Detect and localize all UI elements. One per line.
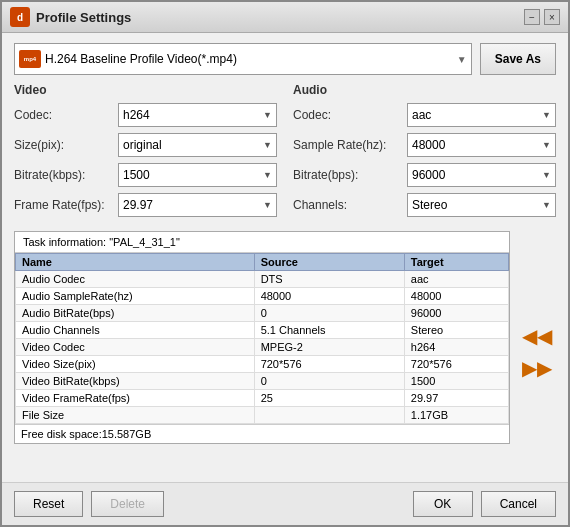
cell-source: DTS: [254, 271, 404, 288]
table-row: Audio Channels5.1 ChannelsStereo: [16, 322, 509, 339]
task-table: Name Source Target Audio CodecDTSaacAudi…: [15, 253, 509, 424]
video-bitrate-label: Bitrate(kbps):: [14, 168, 114, 182]
table-row: Audio BitRate(bps)096000: [16, 305, 509, 322]
audio-group: Audio Codec: aac ▼ Sample Rate(hz): 4800…: [293, 83, 556, 223]
cell-source: 0: [254, 305, 404, 322]
audio-channels-row: Channels: Stereo ▼: [293, 193, 556, 217]
profile-dropdown-arrow: ▼: [457, 54, 467, 65]
cell-name: Audio SampleRate(hz): [16, 288, 255, 305]
table-row: Video FrameRate(fps)2529.97: [16, 390, 509, 407]
table-row: File Size1.17GB: [16, 407, 509, 424]
video-fps-value: 29.97: [123, 198, 263, 212]
audio-samplerate-value: 48000: [412, 138, 542, 152]
video-fps-select[interactable]: 29.97 ▼: [118, 193, 277, 217]
video-size-select[interactable]: original ▼: [118, 133, 277, 157]
cell-name: Audio BitRate(bps): [16, 305, 255, 322]
video-size-row: Size(pix): original ▼: [14, 133, 277, 157]
video-fps-row: Frame Rate(fps): 29.97 ▼: [14, 193, 277, 217]
video-codec-select[interactable]: h264 ▼: [118, 103, 277, 127]
title-bar: d Profile Settings − ×: [2, 2, 568, 33]
video-fps-arrow: ▼: [263, 200, 272, 210]
audio-channels-select[interactable]: Stereo ▼: [407, 193, 556, 217]
cell-target: Stereo: [404, 322, 508, 339]
audio-codec-select[interactable]: aac ▼: [407, 103, 556, 127]
cell-source: 5.1 Channels: [254, 322, 404, 339]
cell-name: File Size: [16, 407, 255, 424]
task-info-header: Task information: "PAL_4_31_1": [15, 232, 509, 253]
cell-target: 48000: [404, 288, 508, 305]
video-codec-value: h264: [123, 108, 263, 122]
cell-target: h264: [404, 339, 508, 356]
ok-button[interactable]: OK: [413, 491, 473, 517]
app-icon: d: [10, 7, 30, 27]
audio-channels-value: Stereo: [412, 198, 542, 212]
middle-area: Task information: "PAL_4_31_1" Name Sour…: [14, 231, 556, 472]
settings-row: Video Codec: h264 ▼ Size(pix): original …: [14, 83, 556, 223]
table-row: Video Size(pix)720*576720*576: [16, 356, 509, 373]
table-area: Task information: "PAL_4_31_1" Name Sour…: [14, 231, 510, 472]
content-area: mp4 H.264 Baseline Profile Video(*.mp4) …: [2, 33, 568, 482]
close-button[interactable]: ×: [544, 9, 560, 25]
col-header-target: Target: [404, 254, 508, 271]
video-bitrate-arrow: ▼: [263, 170, 272, 180]
save-as-button[interactable]: Save As: [480, 43, 556, 75]
audio-samplerate-arrow: ▼: [542, 140, 551, 150]
delete-button[interactable]: Delete: [91, 491, 164, 517]
video-size-value: original: [123, 138, 263, 152]
audio-channels-label: Channels:: [293, 198, 403, 212]
audio-bitrate-value: 96000: [412, 168, 542, 182]
table-row: Audio CodecDTSaac: [16, 271, 509, 288]
audio-channels-arrow: ▼: [542, 200, 551, 210]
cell-source: 48000: [254, 288, 404, 305]
profile-file-icon: mp4: [19, 50, 41, 68]
cell-name: Video Size(pix): [16, 356, 255, 373]
cell-target: 1.17GB: [404, 407, 508, 424]
video-group: Video Codec: h264 ▼ Size(pix): original …: [14, 83, 277, 223]
left-button-group: Reset Delete: [14, 491, 164, 517]
audio-codec-label: Codec:: [293, 108, 403, 122]
cell-source: 720*576: [254, 356, 404, 373]
cell-source: [254, 407, 404, 424]
cell-target: 720*576: [404, 356, 508, 373]
right-button-group: OK Cancel: [413, 491, 556, 517]
cell-name: Video BitRate(kbps): [16, 373, 255, 390]
video-codec-row: Codec: h264 ▼: [14, 103, 277, 127]
cancel-button[interactable]: Cancel: [481, 491, 556, 517]
cell-source: 25: [254, 390, 404, 407]
window-title: Profile Settings: [36, 10, 518, 25]
reset-button[interactable]: Reset: [14, 491, 83, 517]
back-button[interactable]: ◀◀: [522, 326, 552, 346]
video-size-arrow: ▼: [263, 140, 272, 150]
table-row: Video CodecMPEG-2h264: [16, 339, 509, 356]
bottom-buttons: Reset Delete OK Cancel: [2, 482, 568, 525]
profile-select-text: H.264 Baseline Profile Video(*.mp4): [45, 52, 453, 66]
table-row: Audio SampleRate(hz)4800048000: [16, 288, 509, 305]
col-header-name: Name: [16, 254, 255, 271]
cell-target: 1500: [404, 373, 508, 390]
audio-samplerate-label: Sample Rate(hz):: [293, 138, 403, 152]
video-group-label: Video: [14, 83, 277, 97]
cell-name: Video Codec: [16, 339, 255, 356]
audio-bitrate-label: Bitrate(bps):: [293, 168, 403, 182]
table-row: Video BitRate(kbps)01500: [16, 373, 509, 390]
video-bitrate-select[interactable]: 1500 ▼: [118, 163, 277, 187]
cell-source: 0: [254, 373, 404, 390]
profile-select[interactable]: mp4 H.264 Baseline Profile Video(*.mp4) …: [14, 43, 472, 75]
cell-name: Audio Codec: [16, 271, 255, 288]
audio-samplerate-select[interactable]: 48000 ▼: [407, 133, 556, 157]
audio-bitrate-select[interactable]: 96000 ▼: [407, 163, 556, 187]
forward-button[interactable]: ▶▶: [522, 358, 552, 378]
cell-target: 29.97: [404, 390, 508, 407]
task-info-section: Task information: "PAL_4_31_1" Name Sour…: [14, 231, 510, 444]
minimize-button[interactable]: −: [524, 9, 540, 25]
cell-source: MPEG-2: [254, 339, 404, 356]
video-size-label: Size(pix):: [14, 138, 114, 152]
video-bitrate-value: 1500: [123, 168, 263, 182]
audio-codec-arrow: ▼: [542, 110, 551, 120]
video-codec-label: Codec:: [14, 108, 114, 122]
arrows-area: ◀◀ ▶▶: [518, 231, 556, 472]
audio-bitrate-row: Bitrate(bps): 96000 ▼: [293, 163, 556, 187]
video-fps-label: Frame Rate(fps):: [14, 198, 114, 212]
audio-group-label: Audio: [293, 83, 556, 97]
video-codec-arrow: ▼: [263, 110, 272, 120]
